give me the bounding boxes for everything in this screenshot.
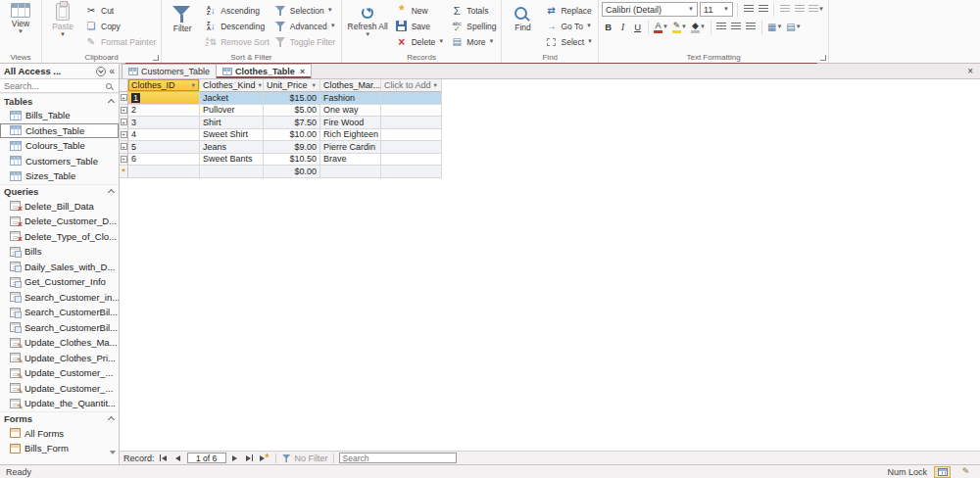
paste-button[interactable]: Paste ▼ — [45, 1, 80, 49]
navigation-search-input[interactable] — [4, 81, 104, 91]
cell-unit-price[interactable]: $10.00 — [264, 129, 320, 142]
cut-button[interactable]: ✂ Cut — [82, 3, 158, 18]
sidebar-item[interactable]: Delete_Type_of_Clo... — [0, 229, 119, 245]
cell-unit-price[interactable]: $5.00 — [264, 105, 320, 118]
advanced-button[interactable]: Advanced ▼ — [273, 19, 338, 33]
cell-clothes-mark[interactable]: Brave — [320, 154, 381, 167]
expand-record-icon[interactable]: + — [121, 131, 127, 138]
toggle-filter-button[interactable]: Toggle Filter — [273, 34, 338, 49]
background-color-button[interactable]: ◆▼ — [690, 21, 707, 34]
text-formatting-dialog-launcher-icon[interactable] — [820, 55, 826, 61]
expand-record-icon[interactable]: + — [121, 156, 127, 163]
format-painter-button[interactable]: ✎ Format Painter — [82, 34, 158, 49]
shutter-bar-close-icon[interactable]: « — [109, 66, 115, 76]
next-record-button[interactable] — [229, 453, 241, 463]
new-record-button[interactable]: * New — [393, 3, 447, 18]
cell-clothes-kind[interactable]: Pullover — [200, 105, 264, 118]
datasheet-view-button[interactable] — [934, 466, 951, 478]
decrease-indent-button[interactable] — [778, 3, 791, 17]
column-header[interactable]: Clothes_Kind▼ — [200, 79, 264, 92]
cell-unit-price[interactable]: $15.00 — [264, 92, 320, 105]
cell-clothes-mark[interactable]: Pierre Cardin — [320, 141, 381, 154]
cell-unit-price[interactable]: $0.00 — [264, 166, 320, 178]
first-record-button[interactable] — [158, 453, 170, 463]
select-all-corner[interactable] — [120, 79, 128, 92]
more-button[interactable]: ▤ More ▼ — [448, 34, 498, 49]
sidebar-item[interactable]: Daily_Sales_with_D... — [0, 260, 119, 275]
cell-click-to-add[interactable] — [381, 117, 442, 129]
cell-clothes-id[interactable]: 1 — [128, 92, 200, 105]
cell-clothes-kind[interactable]: Shirt — [200, 117, 264, 129]
ascending-button[interactable]: AZ↓ Ascending — [202, 3, 271, 18]
cell-clothes-id[interactable]: 5 — [128, 141, 200, 154]
text-direction-button[interactable]: ▼ — [808, 3, 825, 17]
column-header[interactable]: Unit_Price▼ — [264, 79, 320, 92]
italic-button[interactable]: I — [616, 21, 629, 34]
cell-clothes-mark[interactable] — [320, 166, 381, 178]
cell-clothes-mark[interactable]: One way — [320, 105, 381, 118]
highlight-color-button[interactable]: ✎▼ — [671, 21, 688, 34]
record-selector[interactable]: + — [120, 105, 128, 118]
replace-button[interactable]: ⇄ Replace — [542, 3, 595, 18]
cell-clothes-id[interactable] — [128, 166, 200, 178]
cell-clothes-kind[interactable] — [200, 166, 264, 178]
sidebar-item[interactable]: All Forms — [0, 426, 119, 442]
expand-record-icon[interactable]: + — [121, 94, 127, 101]
font-size-select[interactable]: 11 ▼ — [700, 2, 733, 17]
align-center-button[interactable] — [730, 21, 743, 34]
select-button[interactable]: Select ▼ — [542, 34, 595, 49]
sidebar-item[interactable]: Update_Customer_... — [0, 365, 119, 381]
underline-button[interactable]: U — [631, 21, 644, 34]
bullet-list-button[interactable] — [742, 3, 755, 17]
sidebar-section-header-tables[interactable]: Tables — [0, 93, 119, 108]
new-blank-record-button[interactable]: * — [259, 453, 270, 463]
cell-unit-price[interactable]: $9.00 — [264, 141, 320, 154]
font-color-button[interactable]: A▼ — [653, 21, 669, 34]
record-selector[interactable]: + — [120, 129, 128, 142]
design-view-button[interactable]: ✎ — [957, 466, 974, 478]
cell-clothes-kind[interactable]: Jeans — [200, 141, 264, 154]
bold-button[interactable]: B — [602, 21, 614, 34]
filter-button[interactable]: Filter — [165, 1, 200, 49]
new-record-selector[interactable]: * — [120, 166, 128, 178]
save-record-button[interactable]: Save — [393, 19, 447, 33]
close-object-icon[interactable]: × — [967, 66, 973, 76]
sidebar-item[interactable]: Update_Clothes_Ma... — [0, 335, 119, 351]
expand-record-icon[interactable]: + — [121, 119, 127, 125]
sidebar-item[interactable]: Bills — [0, 244, 119, 260]
previous-record-button[interactable] — [172, 453, 184, 463]
sidebar-item[interactable]: Search_Customer_in... — [0, 290, 119, 306]
selection-button[interactable]: Selection ▼ — [273, 3, 338, 18]
column-dropdown-icon[interactable]: ▼ — [433, 82, 438, 88]
record-selector[interactable]: + — [120, 141, 128, 154]
sidebar-item[interactable]: Customers_Table — [0, 154, 119, 169]
cell-clothes-id[interactable]: 3 — [128, 117, 200, 129]
delete-record-button[interactable]: × Delete ▼ — [393, 34, 447, 49]
document-tab[interactable]: Customers_Table — [122, 64, 217, 78]
record-selector[interactable]: + — [120, 154, 128, 167]
copy-button[interactable]: ❏ Copy — [82, 19, 158, 33]
refresh-all-button[interactable]: Refresh All ▼ — [345, 1, 391, 49]
expand-record-icon[interactable]: + — [121, 107, 127, 114]
remove-sort-button[interactable]: AZ⇅ Remove Sort — [202, 34, 271, 49]
column-header[interactable]: Click to Add▼ — [381, 79, 442, 92]
document-tab[interactable]: Clothes_Table× — [216, 64, 312, 78]
alternate-row-color-button[interactable]: ▤▼ — [785, 21, 802, 34]
sidebar-item[interactable]: Search_CustomerBil... — [0, 305, 119, 320]
cell-unit-price[interactable]: $10.50 — [264, 154, 320, 167]
align-left-button[interactable] — [715, 21, 728, 34]
sidebar-item[interactable]: Colours_Table — [0, 138, 119, 154]
cell-click-to-add[interactable] — [381, 154, 442, 167]
goto-button[interactable]: → Go To ▼ — [542, 19, 595, 33]
gridlines-button[interactable]: ▦▼ — [766, 21, 783, 34]
cell-clothes-kind[interactable]: Sweet Bants — [200, 154, 264, 167]
sidebar-section-header-forms[interactable]: Forms — [0, 411, 119, 426]
record-selector[interactable]: + — [120, 92, 128, 105]
sidebar-item[interactable]: Delete_Bill_Data — [0, 199, 119, 215]
column-dropdown-icon[interactable]: ▼ — [312, 82, 317, 88]
expand-record-icon[interactable]: + — [121, 143, 127, 150]
sidebar-item[interactable]: Search_CustomerBil... — [0, 320, 119, 336]
cell-click-to-add[interactable] — [381, 141, 442, 154]
cell-clothes-kind[interactable]: Jacket — [200, 92, 264, 105]
sidebar-item[interactable]: Update_Customer_... — [0, 381, 119, 397]
